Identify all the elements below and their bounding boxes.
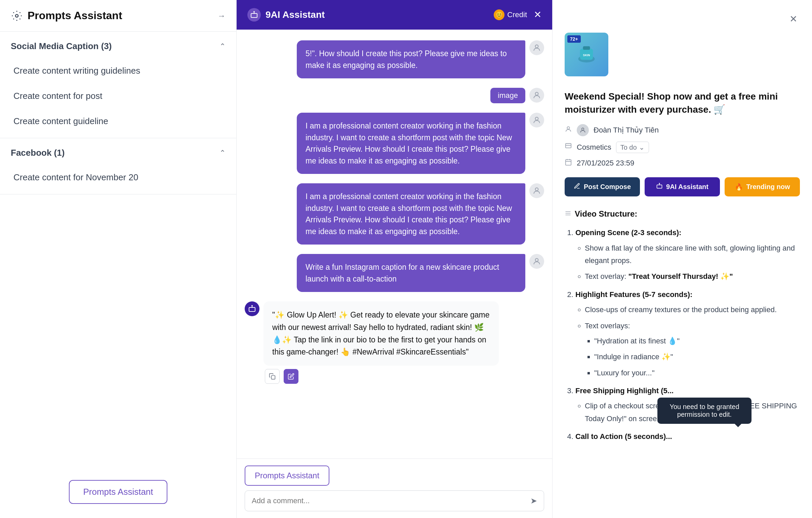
- category-row: Cosmetics To do ⌄: [564, 142, 800, 153]
- author-row: Đoàn Thị Thủy Tiên: [564, 124, 800, 136]
- tag-icon: [564, 143, 572, 152]
- user-avatar-2: [529, 88, 544, 103]
- chat-footer: Prompts Assistant ➤: [237, 459, 552, 518]
- list-item: "Hydration at its finest 💧": [594, 335, 800, 347]
- section-header-social-media[interactable]: Social Media Caption (3) ⌃: [0, 32, 236, 58]
- right-header-row: ✕: [564, 11, 800, 27]
- author-avatar: [577, 124, 589, 136]
- section-social-media: Social Media Caption (3) ⌃ Create conten…: [0, 32, 236, 138]
- bot-message-text: "✨ Glow Up Alert! ✨ Get ready to elevate…: [263, 301, 499, 365]
- user-message-bubble-3: I am a professional content creator work…: [297, 113, 525, 174]
- lines-icon: [564, 209, 571, 220]
- category-label: Cosmetics: [577, 143, 611, 152]
- list-item-title: Opening Scene (2-3 seconds):: [575, 228, 681, 237]
- section-title-social-media: Social Media Caption (3): [11, 41, 112, 52]
- status-badge[interactable]: To do ⌄: [616, 142, 649, 153]
- app-title: Prompts Assistant: [28, 9, 122, 22]
- list-item: Opening Scene (2-3 seconds): Show a flat…: [575, 226, 800, 283]
- credit-label: Credit: [507, 10, 527, 19]
- list-item-title: Highlight Features (5-7 seconds):: [575, 290, 692, 299]
- bottom-prompts-assistant-button[interactable]: Prompts Assistant: [69, 480, 167, 504]
- list-item: Close-ups of creamy textures or the prod…: [585, 303, 800, 316]
- section-items-facebook: Create content for November 20: [0, 165, 236, 194]
- svg-point-5: [535, 117, 539, 120]
- svg-rect-1: [251, 13, 257, 18]
- user-avatar-4: [529, 183, 544, 198]
- bot-response-wrap: "✨ Glow Up Alert! ✨ Get ready to elevate…: [263, 301, 499, 384]
- copy-button[interactable]: [265, 369, 280, 384]
- post-compose-button[interactable]: Post Compose: [564, 177, 640, 196]
- list-item-title: Free Shipping Highlight (5...: [575, 386, 673, 395]
- right-close-button[interactable]: ✕: [787, 11, 800, 27]
- video-structure-title: Video Structure:: [564, 207, 800, 221]
- user-avatar-3: [529, 113, 544, 128]
- author-name: Đoàn Thị Thủy Tiên: [593, 126, 659, 135]
- gear-icon: [11, 10, 23, 22]
- comment-input[interactable]: [252, 496, 526, 505]
- bullet-list: Close-ups of creamy textures or the prod…: [575, 303, 800, 379]
- message-row-image: image: [245, 88, 544, 103]
- ai-icon: [656, 183, 663, 191]
- chevron-up-icon-facebook: ⌃: [220, 149, 226, 157]
- list-item: "Luxury for your...": [594, 366, 800, 379]
- credit-icon: 😊: [494, 9, 504, 20]
- trending-button[interactable]: 🔥 Trending now: [725, 177, 800, 196]
- svg-point-4: [535, 92, 539, 95]
- message-row-5: Write a fun Instagram caption for a new …: [245, 254, 544, 292]
- edit-button[interactable]: [284, 369, 298, 384]
- svg-rect-10: [271, 376, 275, 379]
- list-item: Call to Action (5 seconds)...: [575, 430, 800, 443]
- permission-tooltip: You need to be granted permission to edi…: [658, 398, 752, 424]
- message-row-bot: "✨ Glow Up Alert! ✨ Get ready to elevate…: [245, 301, 544, 384]
- svg-point-9: [252, 305, 253, 306]
- bot-avatar-msg: [245, 301, 259, 316]
- sidebar-item-november[interactable]: Create content for November 20: [3, 165, 234, 190]
- right-panel: ✕ 72+ SKIN Weekend Special! Shop now and…: [553, 0, 812, 518]
- svg-rect-13: [583, 47, 590, 50]
- svg-point-3: [535, 45, 539, 48]
- trending-label: Trending now: [747, 183, 790, 191]
- svg-point-0: [16, 15, 18, 17]
- svg-rect-17: [566, 144, 571, 148]
- sidebar-item-content-guideline[interactable]: Create content guideline: [3, 109, 234, 134]
- nested-bullet-list: "Hydration at its finest 💧" "Indulge in …: [585, 335, 800, 379]
- chevron-up-icon: ⌃: [220, 42, 226, 51]
- user-message-bubble-4: I am a professional content creator work…: [297, 183, 525, 245]
- product-title: Weekend Special! Shop now and get a free…: [564, 90, 800, 116]
- chat-messages: 5!". How should I create this post? Plea…: [237, 30, 552, 459]
- compose-icon: [574, 183, 580, 191]
- sidebar-item-create-post[interactable]: Create content for post: [3, 83, 234, 109]
- chevron-down-icon: ⌄: [639, 143, 645, 152]
- svg-rect-8: [249, 307, 255, 311]
- chat-title: 9AI Assistant: [265, 9, 325, 20]
- bottom-prompts-row: Prompts Assistant: [11, 473, 226, 507]
- ai-assistant-label: 9AI Assistant: [666, 183, 708, 191]
- svg-point-7: [535, 258, 539, 261]
- image-chip: image: [490, 88, 525, 103]
- fire-icon: 🔥: [735, 183, 743, 191]
- sidebar-item-writing-guidelines[interactable]: Create content writing guidelines: [3, 58, 234, 83]
- arrow-right-icon[interactable]: →: [218, 11, 226, 21]
- bot-actions: [263, 369, 499, 384]
- date-row: 27/01/2025 23:59: [564, 158, 800, 168]
- ai-assistant-button[interactable]: 9AI Assistant: [645, 177, 720, 196]
- date-text: 27/01/2025 23:59: [577, 159, 634, 167]
- prompts-assistant-button[interactable]: Prompts Assistant: [245, 466, 329, 486]
- svg-rect-18: [566, 160, 571, 165]
- section-header-facebook[interactable]: Facebook (1) ⌃: [0, 138, 236, 165]
- chat-panel: 9AI Assistant 😊 Credit ✕ 5!". How should…: [237, 0, 553, 518]
- product-image: 72+ SKIN: [564, 33, 608, 76]
- chat-close-button[interactable]: ✕: [534, 10, 542, 20]
- comment-input-row: ➤: [245, 490, 544, 511]
- list-item: Highlight Features (5-7 seconds): Close-…: [575, 288, 800, 379]
- chat-header: 9AI Assistant 😊 Credit ✕: [237, 0, 552, 30]
- svg-point-6: [535, 188, 539, 191]
- section-title-facebook: Facebook (1): [11, 148, 64, 158]
- send-button[interactable]: ➤: [530, 496, 537, 506]
- user-message-bubble-5: Write a fun Instagram caption for a new …: [297, 254, 525, 292]
- svg-point-15: [567, 127, 569, 129]
- credit-button[interactable]: 😊 Credit: [494, 9, 527, 20]
- post-compose-label: Post Compose: [584, 183, 631, 191]
- person-icon: [564, 126, 572, 135]
- left-header: Prompts Assistant →: [0, 0, 236, 32]
